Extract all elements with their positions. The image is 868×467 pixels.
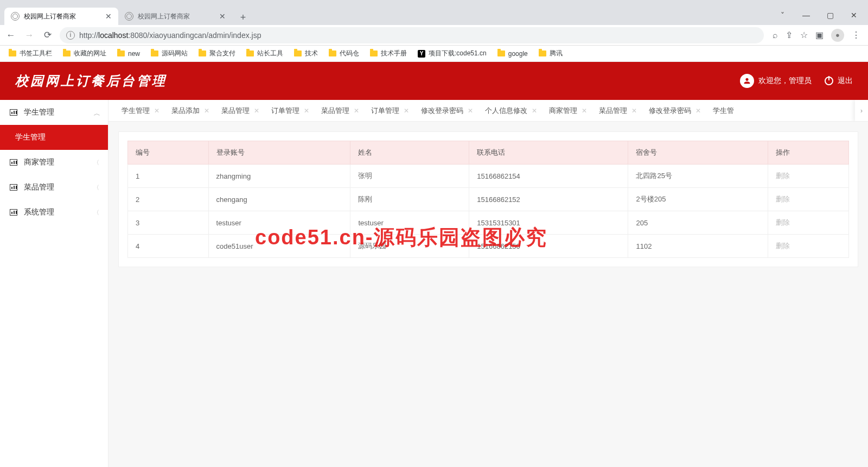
chevron-icon: 〈 <box>92 109 101 116</box>
delete-link[interactable]: 删除 <box>768 188 849 211</box>
sidebar-item[interactable]: 学生管理 <box>0 125 108 150</box>
content-tab[interactable]: 订单管理✕ <box>363 100 413 122</box>
table-cell: 15166862154 <box>469 165 628 188</box>
content-tab[interactable]: 菜品管理✕ <box>214 100 264 122</box>
folder-icon <box>9 51 16 56</box>
bookmark-item[interactable]: Y项目下载:code51.cn <box>413 47 491 60</box>
table-cell: testuser <box>208 211 350 235</box>
site-info-icon[interactable]: i <box>66 31 75 40</box>
delete-link[interactable]: 删除 <box>768 165 849 188</box>
window-maximize-icon[interactable]: ▢ <box>818 11 842 20</box>
address-bar[interactable]: i http://localhost:8080/xiaoyuandingcan/… <box>60 27 764 43</box>
close-icon[interactable]: ✕ <box>468 107 473 115</box>
folder-icon <box>539 51 546 56</box>
content-tab[interactable]: 商家管理✕ <box>541 100 591 122</box>
key-icon[interactable]: ⌕ <box>773 30 778 40</box>
window-controls: ˅ — ▢ ✕ <box>770 5 868 25</box>
bookmark-item[interactable]: new <box>113 48 144 60</box>
content-tab[interactable]: 订单管理✕ <box>264 100 314 122</box>
sidebar-item[interactable]: 菜品管理〈 <box>0 175 108 200</box>
close-icon[interactable]: ✕ <box>532 107 537 115</box>
profile-avatar-icon[interactable]: ● <box>831 29 844 42</box>
folder-icon <box>294 51 302 56</box>
table-row: 4code51user源码乐园151668621501102删除 <box>128 235 849 258</box>
content-tab-label: 菜品管理 <box>599 106 627 116</box>
window-minimize-icon[interactable]: — <box>794 11 818 20</box>
reload-button[interactable]: ⟳ <box>41 29 54 41</box>
folder-icon <box>63 51 71 56</box>
window-dropdown-icon[interactable]: ˅ <box>770 11 794 20</box>
content-panel: 编号登录账号姓名联系电话宿舍号操作 1zhangming张明1516686215… <box>118 131 858 267</box>
delete-link[interactable]: 删除 <box>768 235 849 258</box>
browser-tab[interactable]: 校园网上订餐商家✕ <box>4 8 118 25</box>
table-cell: 1 <box>128 165 209 188</box>
window-close-icon[interactable]: ✕ <box>842 11 866 20</box>
bookmark-label: 收藏的网址 <box>74 49 106 58</box>
bookmark-item[interactable]: 源码网站 <box>146 47 192 60</box>
bookmark-item[interactable]: 技术 <box>290 47 322 60</box>
folder-icon <box>370 51 378 56</box>
folder-icon <box>151 51 158 56</box>
bookmarks-bar: 书签工具栏收藏的网址new源码网站聚合支付站长工具技术代码仓技术手册Y项目下载:… <box>0 46 868 62</box>
close-icon[interactable]: ✕ <box>254 107 259 115</box>
forward-button[interactable]: → <box>23 30 36 41</box>
chevron-icon: 〈 <box>93 209 99 217</box>
bookmark-label: 书签工具栏 <box>20 49 52 58</box>
tabs-scroll-right[interactable]: › <box>855 100 868 122</box>
bookmark-label: new <box>128 50 140 58</box>
bookmark-item[interactable]: 技术手册 <box>366 47 411 60</box>
app-header: 校园网上订餐后台管理 欢迎您，管理员 退出 <box>0 62 868 100</box>
content-tab[interactable]: 菜品管理✕ <box>314 100 363 122</box>
close-icon[interactable]: ✕ <box>404 107 409 115</box>
content-tab[interactable]: 学生管 <box>705 100 738 122</box>
bookmark-item[interactable]: 代码仓 <box>324 47 363 60</box>
window-titlebar <box>0 0 868 5</box>
logout-button[interactable]: 退出 <box>825 76 853 86</box>
bookmark-label: 代码仓 <box>340 49 359 58</box>
chevron-icon: 〈 <box>93 184 99 192</box>
content-tab[interactable]: 学生管理✕ <box>114 100 164 122</box>
tab-close-icon[interactable]: ✕ <box>219 12 226 21</box>
menu-kebab-icon[interactable]: ⋮ <box>852 30 860 40</box>
new-tab-button[interactable]: + <box>235 10 251 25</box>
delete-link[interactable]: 删除 <box>768 211 849 235</box>
bookmark-label: 腾讯 <box>550 49 563 58</box>
bookmark-item[interactable]: google <box>493 48 532 60</box>
content-tab[interactable]: 菜品添加✕ <box>164 100 214 122</box>
back-button[interactable]: ← <box>4 30 17 41</box>
close-icon[interactable]: ✕ <box>154 107 159 115</box>
table-cell: code51user <box>208 235 350 258</box>
close-icon[interactable]: ✕ <box>631 107 637 115</box>
extensions-icon[interactable]: ▣ <box>815 30 824 40</box>
share-icon[interactable]: ⇪ <box>786 30 793 40</box>
bookmark-item[interactable]: 收藏的网址 <box>59 47 111 60</box>
bookmark-item[interactable]: 聚合支付 <box>194 47 240 60</box>
browser-tab[interactable]: 校园网上订餐商家✕ <box>118 8 232 25</box>
close-icon[interactable]: ✕ <box>582 107 587 115</box>
sidebar-item[interactable]: 系统管理〈 <box>0 200 108 225</box>
bookmark-star-icon[interactable]: ☆ <box>800 30 808 40</box>
table-cell: 205 <box>628 211 768 235</box>
content-tab[interactable]: 个人信息修改✕ <box>477 100 541 122</box>
folder-icon <box>497 51 505 56</box>
content-tab[interactable]: 修改登录密码✕ <box>413 100 477 122</box>
content-tab[interactable]: 菜品管理✕ <box>591 100 641 122</box>
bookmark-label: 技术 <box>305 49 318 58</box>
close-icon[interactable]: ✕ <box>304 107 309 115</box>
bookmark-item[interactable]: 书签工具栏 <box>4 47 56 60</box>
table-cell: 2号楼205 <box>628 188 768 211</box>
table-header-cell: 姓名 <box>350 141 469 165</box>
welcome-user: 欢迎您，管理员 <box>740 74 812 88</box>
bookmark-item[interactable]: 站长工具 <box>242 47 288 60</box>
sidebar-item[interactable]: 学生管理〈 <box>0 100 108 125</box>
table-cell: 15166862150 <box>469 235 628 258</box>
sidebar-item-label: 学生管理 <box>15 132 46 142</box>
close-icon[interactable]: ✕ <box>354 107 359 115</box>
tab-close-icon[interactable]: ✕ <box>105 12 112 21</box>
sidebar-item[interactable]: 商家管理〈 <box>0 150 108 175</box>
close-icon[interactable]: ✕ <box>695 107 701 115</box>
content-tab[interactable]: 修改登录密码✕ <box>641 100 705 122</box>
bookmark-item[interactable]: 腾讯 <box>534 47 567 60</box>
content-tab-label: 订单管理 <box>371 106 399 116</box>
close-icon[interactable]: ✕ <box>204 107 209 115</box>
